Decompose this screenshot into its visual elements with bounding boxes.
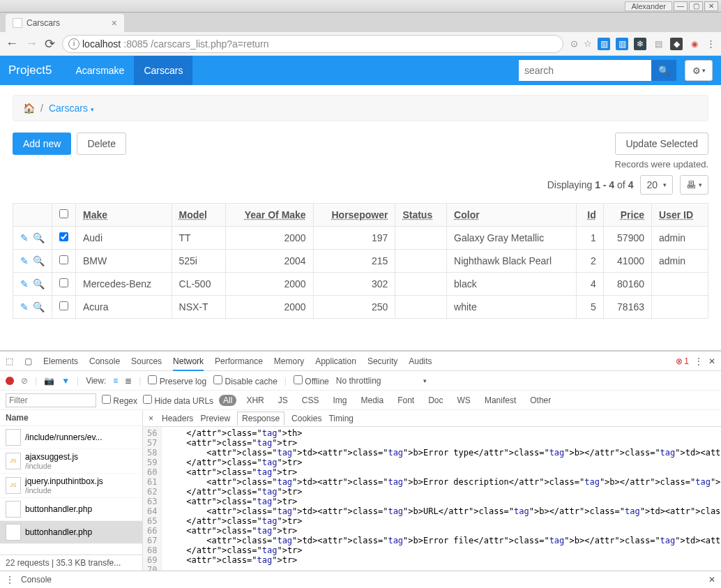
extension-marker-icon[interactable]: ◆ — [670, 38, 683, 50]
cell-user[interactable]: admin — [652, 250, 708, 273]
hide-data-checkbox[interactable]: Hide data URLs — [143, 395, 213, 406]
clear-button[interactable]: ⊘ — [21, 376, 28, 386]
devtools-tab-console[interactable]: Console — [89, 356, 120, 366]
devtools-tab-security[interactable]: Security — [367, 356, 397, 366]
window-close-button[interactable]: ✕ — [704, 1, 718, 11]
cell-model[interactable]: 525i — [172, 250, 225, 273]
filter-type-font[interactable]: Font — [393, 395, 418, 406]
search-input[interactable] — [519, 60, 651, 81]
row-checkbox[interactable] — [59, 232, 68, 241]
extension-snowflake-icon[interactable]: ❄ — [634, 38, 646, 50]
cell-id[interactable]: 2 — [577, 250, 604, 273]
browser-menu-icon[interactable]: ⋮ — [706, 38, 715, 49]
request-item[interactable]: /include/runners/ev... — [0, 426, 142, 449]
filter-type-other[interactable]: Other — [526, 395, 555, 406]
nav-link-carscars[interactable]: Carscars — [134, 56, 192, 85]
bookmark-star-icon[interactable]: ☆ — [584, 38, 592, 49]
cell-make[interactable]: Audi — [76, 227, 172, 250]
filter-type-css[interactable]: CSS — [298, 395, 324, 406]
cell-hp[interactable]: 215 — [313, 250, 395, 273]
response-tab-timing[interactable]: Timing — [328, 414, 354, 423]
extension-trello-icon[interactable]: ▥ — [598, 38, 610, 50]
cell-status[interactable] — [395, 227, 447, 250]
edit-icon[interactable]: ✎ — [20, 232, 29, 243]
filter-type-manifest[interactable]: Manifest — [480, 395, 520, 406]
col-id[interactable]: Id — [577, 204, 604, 227]
response-source[interactable]: 56 57 58 59 60 61 62 63 64 65 66 67 68 6… — [143, 427, 721, 571]
edit-icon[interactable]: ✎ — [20, 301, 29, 312]
request-item[interactable]: buttonhandler.php — [0, 521, 142, 544]
view-icon[interactable]: 🔍 — [33, 255, 45, 266]
cell-price[interactable]: 41000 — [603, 250, 651, 273]
console-menu-icon[interactable]: ⋮ — [6, 575, 14, 585]
col-status[interactable]: Status — [395, 204, 447, 227]
row-checkbox[interactable] — [59, 301, 68, 310]
col-color[interactable]: Color — [447, 204, 577, 227]
reload-button[interactable]: ⟳ — [45, 36, 55, 52]
cell-price[interactable]: 57900 — [603, 227, 651, 250]
devtools-device-icon[interactable]: ▢ — [24, 356, 32, 366]
devtools-inspect-icon[interactable]: ⬚ — [6, 356, 13, 366]
cell-year[interactable]: 2000 — [225, 227, 313, 250]
col-hp[interactable]: Horsepower — [313, 204, 395, 227]
console-label[interactable]: Console — [21, 575, 52, 585]
cell-model[interactable]: NSX-T — [172, 296, 225, 319]
cell-price[interactable]: 78163 — [603, 296, 651, 319]
devtools-tab-performance[interactable]: Performance — [215, 356, 263, 366]
request-item[interactable]: JSajaxsuggest.js/include — [0, 449, 142, 474]
request-item[interactable]: buttonhandler.php — [0, 498, 142, 521]
cell-id[interactable]: 1 — [577, 227, 604, 250]
extension-shield-icon[interactable]: ◉ — [688, 38, 701, 50]
edit-icon[interactable]: ✎ — [20, 278, 29, 289]
row-checkbox[interactable] — [59, 278, 68, 287]
disable-cache-checkbox[interactable]: Disable cache — [213, 375, 278, 386]
filter-icon[interactable]: ▼ — [61, 376, 70, 386]
update-selected-button[interactable]: Update Selected — [615, 133, 708, 155]
offline-checkbox[interactable]: Offline — [294, 375, 329, 386]
col-year[interactable]: Year Of Make — [225, 204, 313, 227]
forward-button[interactable]: → — [25, 36, 38, 51]
cell-year[interactable]: 2000 — [225, 296, 313, 319]
cell-color[interactable]: black — [447, 273, 577, 296]
add-new-button[interactable]: Add new — [13, 133, 71, 155]
devtools-tab-audits[interactable]: Audits — [409, 356, 432, 366]
extension-pdf-icon[interactable]: ▤ — [652, 38, 665, 50]
browser-tab[interactable]: Carscars × — [6, 14, 124, 32]
select-all-checkbox[interactable] — [59, 209, 68, 218]
filter-type-doc[interactable]: Doc — [424, 395, 447, 406]
cell-make[interactable]: BMW — [76, 250, 172, 273]
cell-id[interactable]: 5 — [577, 296, 604, 319]
tab-close-icon[interactable]: × — [112, 17, 117, 29]
cell-model[interactable]: CL-500 — [172, 273, 225, 296]
delete-button[interactable]: Delete — [77, 133, 126, 155]
col-make[interactable]: Make — [76, 204, 172, 227]
devtools-tab-application[interactable]: Application — [315, 356, 356, 366]
breadcrumb-current[interactable]: Carscars ▾ — [49, 103, 94, 114]
cell-status[interactable] — [395, 273, 447, 296]
console-close-icon[interactable]: ✕ — [708, 575, 715, 585]
devtools-tab-memory[interactable]: Memory — [274, 356, 304, 366]
response-tab-preview[interactable]: Preview — [200, 414, 230, 423]
window-minimize-button[interactable]: — — [674, 1, 688, 11]
cell-user[interactable]: admin — [652, 227, 708, 250]
devtools-tab-elements[interactable]: Elements — [43, 356, 78, 366]
col-model[interactable]: Model — [172, 204, 225, 227]
view-icon[interactable]: 🔍 — [33, 278, 45, 289]
filter-type-img[interactable]: Img — [328, 395, 351, 406]
throttling-select[interactable]: No throttling — [336, 376, 381, 386]
page-size-select[interactable]: 20 ▾ — [640, 175, 673, 195]
record-button[interactable] — [6, 377, 14, 385]
devtools-menu-icon[interactable]: ⋮ — [695, 356, 703, 366]
response-tab-response[interactable]: Response — [237, 412, 284, 425]
cell-status[interactable] — [395, 250, 447, 273]
response-close-icon[interactable]: × — [149, 414, 153, 423]
cell-color[interactable]: white — [447, 296, 577, 319]
col-price[interactable]: Price — [603, 204, 651, 227]
network-filter-input[interactable] — [6, 393, 96, 407]
window-maximize-button[interactable]: ▢ — [689, 1, 703, 11]
brand-label[interactable]: Project5 — [8, 63, 52, 77]
cell-year[interactable]: 2004 — [225, 250, 313, 273]
view-small-icon[interactable]: ≣ — [125, 376, 132, 386]
filter-type-all[interactable]: All — [219, 395, 236, 406]
filter-type-js[interactable]: JS — [274, 395, 292, 406]
